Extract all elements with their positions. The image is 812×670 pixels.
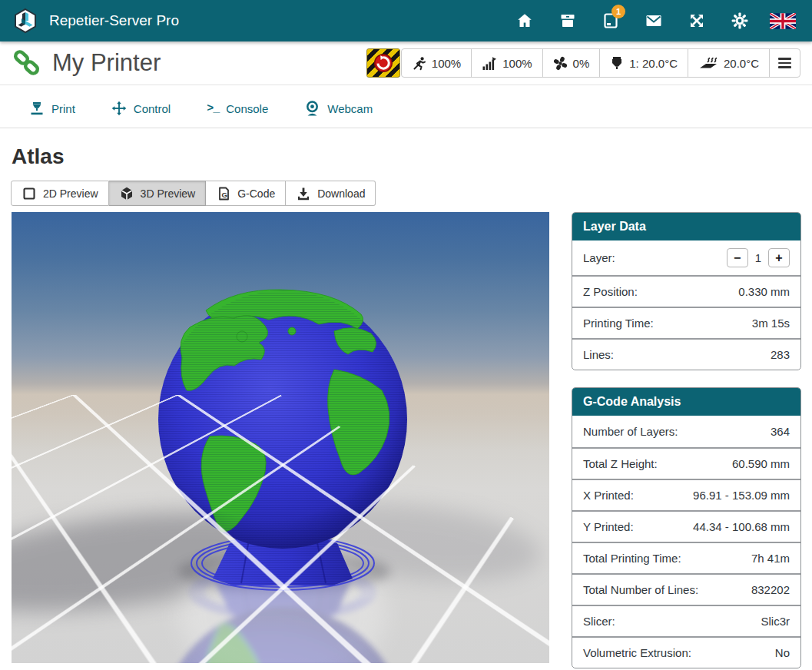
extruder-icon: [610, 56, 624, 70]
printer-status-bar: 100% 100%: [366, 48, 800, 78]
extruder-temp-value: 1: 20.0°C: [629, 57, 678, 70]
archive-box-icon: [558, 12, 577, 30]
fan-value: 0%: [573, 57, 590, 70]
layer-stepper: − 1 +: [727, 248, 790, 267]
hamburger-icon: [778, 58, 791, 68]
bed-temp-chip[interactable]: 20.0°C: [688, 49, 769, 77]
printer-title: My Printer: [52, 49, 161, 77]
download-button[interactable]: Download: [286, 181, 376, 206]
extruder-temp-chip[interactable]: 1: 20.0°C: [599, 49, 688, 77]
language-button[interactable]: [761, 0, 804, 41]
speed-value: 100%: [432, 57, 461, 70]
gcode-analysis-panel: G-Code Analysis Number of Layers: 364 To…: [572, 387, 801, 668]
tab-print-label: Print: [51, 102, 75, 115]
layer-row: Layer: − 1 +: [572, 240, 800, 275]
2d-preview-label: 2D Preview: [43, 187, 98, 200]
fan-chip[interactable]: 0%: [542, 49, 600, 77]
uk-flag-icon: [770, 13, 796, 29]
z-position-row: Z Position: 0.330 mm: [572, 275, 800, 307]
webcam-icon: [304, 100, 320, 117]
tab-console-label: Console: [226, 102, 268, 115]
layer-data-title: Layer Data: [572, 213, 800, 240]
emergency-stop-icon: [373, 53, 393, 73]
printer-identity: My Printer: [12, 48, 161, 78]
printer-menu-button[interactable]: [769, 49, 800, 77]
main-layout: Layer Data Layer: − 1 + Z Position: 0.33…: [0, 206, 812, 670]
slicer-row: Slicer: Slic3r: [572, 605, 800, 636]
fan-icon: [553, 56, 568, 71]
flow-icon: [482, 56, 497, 71]
gcode-button[interactable]: G G-Code: [206, 181, 286, 206]
layer-data-panel: Layer Data Layer: − 1 + Z Position: 0.33…: [572, 212, 801, 370]
settings-button[interactable]: [718, 0, 761, 41]
app-logo-icon: [12, 8, 38, 34]
tab-webcam[interactable]: Webcam: [304, 100, 373, 117]
volumetric-extrusion-row: Volumetric Extrusion: No: [572, 636, 800, 668]
navbar-actions: 1: [503, 0, 804, 41]
tab-control[interactable]: Control: [111, 100, 171, 117]
console-icon: >_: [207, 102, 219, 115]
print-queue-button[interactable]: 1: [589, 0, 632, 41]
cube-3d-icon: [119, 186, 134, 201]
brand: Repetier-Server Pro: [12, 8, 179, 34]
print-nozzle-icon: [29, 101, 45, 116]
tab-control-label: Control: [134, 102, 171, 115]
3d-preview-button[interactable]: 3D Preview: [109, 181, 207, 206]
gcode-analysis-title: G-Code Analysis: [572, 388, 800, 416]
x-printed-row: X Printed: 96.91 - 153.09 mm: [572, 479, 800, 510]
bed-temp-value: 20.0°C: [724, 57, 759, 70]
top-navbar: Repetier-Server Pro 1: [0, 0, 812, 41]
3d-preview-canvas[interactable]: [12, 212, 549, 663]
move-arrows-icon: [111, 101, 127, 116]
mail-icon: [645, 12, 663, 30]
layer-increment-button[interactable]: +: [768, 248, 790, 267]
number-of-layers-row: Number of Layers: 364: [572, 416, 800, 447]
preview-toolbar: 2D Preview 3D Preview G G-Code Download: [11, 181, 376, 206]
svg-text:G: G: [222, 190, 227, 198]
printer-tabs: Print Control >_ Console Webcam: [0, 85, 812, 128]
speed-chip[interactable]: 100%: [402, 49, 471, 77]
emergency-stop-button[interactable]: [366, 48, 400, 78]
flow-value: 100%: [502, 57, 532, 70]
lines-row: Lines: 283: [572, 338, 800, 370]
home-button[interactable]: [503, 0, 546, 41]
layer-value: 1: [755, 251, 761, 264]
globe-model-scene: [12, 212, 549, 663]
app-title: Repetier-Server Pro: [49, 12, 179, 29]
fullscreen-button[interactable]: [675, 0, 718, 41]
connection-chain-icon: [12, 48, 42, 78]
printing-time-row: Printing Time: 3m 15s: [572, 307, 800, 338]
gcode-label: G-Code: [237, 187, 275, 200]
layer-label: Layer:: [583, 251, 615, 264]
status-chip-group: 100% 100%: [401, 48, 800, 78]
tab-webcam-label: Webcam: [327, 102, 373, 115]
total-lines-row: Total Number of Lines: 832202: [572, 573, 800, 605]
download-label: Download: [317, 187, 365, 200]
messages-button[interactable]: [632, 0, 675, 41]
notification-badge: 1: [611, 5, 625, 18]
tab-console[interactable]: >_ Console: [207, 100, 268, 117]
gcode-file-icon: G: [216, 186, 231, 201]
archive-button[interactable]: [546, 0, 589, 41]
square-2d-icon: [22, 186, 37, 201]
2d-preview-button[interactable]: 2D Preview: [11, 181, 109, 206]
info-panels: Layer Data Layer: − 1 + Z Position: 0.33…: [572, 212, 801, 670]
y-printed-row: Y Printed: 44.34 - 100.68 mm: [572, 510, 800, 542]
total-printing-time-row: Total Printing Time: 7h 41m: [572, 542, 800, 573]
page-title: Atlas: [12, 144, 812, 169]
download-icon: [296, 186, 311, 201]
home-icon: [515, 12, 534, 30]
gear-icon: [731, 12, 749, 30]
speed-icon: [412, 56, 426, 71]
3d-preview-label: 3D Preview: [141, 187, 196, 200]
flow-chip[interactable]: 100%: [471, 49, 542, 77]
tab-print[interactable]: Print: [29, 100, 75, 117]
total-z-height-row: Total Z Height: 60.590 mm: [572, 447, 800, 479]
layer-decrement-button[interactable]: −: [727, 248, 748, 267]
expand-arrows-icon: [688, 12, 706, 30]
heated-bed-icon: [698, 55, 718, 71]
printer-header: My Printer 100%: [0, 41, 812, 85]
